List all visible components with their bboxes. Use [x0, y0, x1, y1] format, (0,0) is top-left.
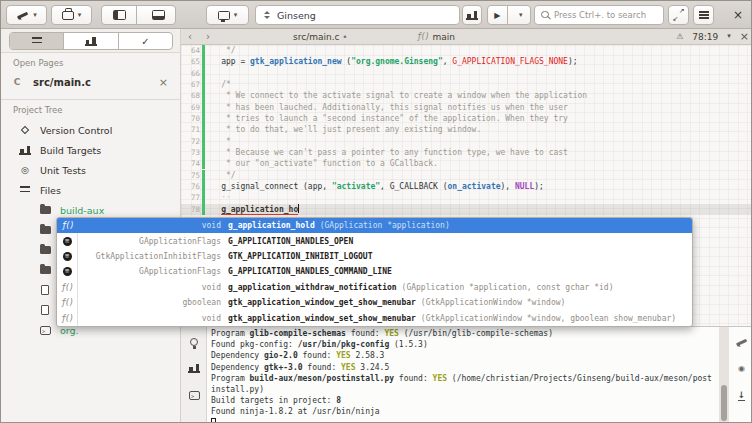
chevron-down-icon: ▾	[234, 12, 238, 19]
code-line[interactable]: 72 *	[181, 135, 752, 146]
code-line[interactable]: 76 g_signal_connect (app, "activate", G_…	[181, 181, 752, 192]
download-icon: ↓	[738, 391, 746, 401]
current-symbol-button[interactable]: ƒ() main	[417, 32, 455, 42]
code-line[interactable]: 66	[181, 67, 752, 78]
code-line[interactable]: 75 */	[181, 170, 752, 181]
pencil-icon	[16, 9, 29, 21]
enum-icon: ≡	[63, 267, 72, 276]
tree-item-label: Build Targets	[40, 145, 101, 156]
completion-params: (GtkApplicationWindow *window, gboolean …	[421, 314, 676, 323]
device-dropdown-button[interactable]: ▾	[206, 5, 249, 25]
file-icon	[38, 285, 52, 295]
messages-tab-button[interactable]	[184, 332, 204, 352]
record-button[interactable]: ◉	[732, 359, 751, 378]
function-icon: ƒ()	[61, 298, 72, 307]
frame-options-button[interactable]: ▾	[727, 33, 731, 40]
line-number: 75	[181, 171, 200, 180]
code-line[interactable]: 64 */	[181, 45, 752, 56]
document-title[interactable]: src/main.c •	[293, 32, 348, 42]
code-line[interactable]: 73 * Because we can't pass a pointer to …	[181, 147, 752, 158]
manifest-file-icon: >_	[40, 326, 51, 335]
output-scrollbar[interactable]	[719, 327, 729, 422]
run-button[interactable]: ▶	[488, 6, 508, 24]
folder-icon	[40, 206, 51, 214]
menu-button[interactable]	[693, 5, 714, 25]
code-line[interactable]: 77 ··	[181, 192, 752, 203]
line-number: 66	[181, 69, 200, 78]
modified-dot: •	[342, 32, 347, 42]
nav-forward-button[interactable]: ›	[199, 31, 217, 42]
code-line[interactable]: ◉78 g_application_ho	[181, 204, 752, 215]
code-line[interactable]: 70 * tries to launch a "second instance"…	[181, 113, 752, 124]
runtime-dropdown-button[interactable]: ▾	[51, 5, 92, 25]
completion-row[interactable]: ƒ()voidg_application_hold(GApplication *…	[57, 218, 692, 233]
search-input[interactable]	[554, 10, 657, 20]
toggle-bottom-panel-button[interactable]	[141, 6, 175, 24]
function-icon: ƒ()	[57, 218, 78, 233]
vcs-change-bar	[202, 124, 205, 135]
tree-item-unit-tests[interactable]: ◎Unit Tests	[1, 160, 180, 180]
scrollbar-thumb[interactable]	[721, 385, 727, 421]
folder-icon	[38, 226, 52, 234]
completion-row[interactable]: ƒ()voidg_application_withdraw_notificati…	[57, 280, 692, 295]
chevron-down-icon: ▾	[33, 12, 37, 19]
completion-row[interactable]: ≡GApplicationFlagsG_APPLICATION_HANDLES_…	[57, 264, 692, 279]
unit-tests-icon: ◎	[18, 165, 32, 175]
omnibar-project-button[interactable]: Ginseng	[255, 5, 460, 25]
fullscreen-button[interactable]	[668, 5, 689, 25]
function-icon: ƒ()	[61, 283, 72, 292]
close-document-button[interactable]: ×	[740, 30, 749, 43]
tree-item-version-control[interactable]: Version Control	[1, 120, 180, 140]
close-page-button[interactable]: ×	[159, 76, 168, 89]
vcs-change-bar	[202, 204, 205, 215]
tree-item-files[interactable]: Files	[1, 180, 180, 200]
build-pipeline-button[interactable]	[462, 5, 482, 25]
build-output-tab-button[interactable]	[184, 358, 204, 378]
folder-icon	[38, 266, 52, 274]
hamburger-icon	[699, 11, 709, 13]
warning-icon[interactable]: ⚠	[676, 32, 683, 41]
code-line[interactable]: 67 /*	[181, 79, 752, 90]
completion-name: G_APPLICATION_HANDLES_OPEN	[228, 237, 353, 246]
panel-left-icon	[113, 10, 126, 20]
completion-params: (GtkApplicationWindow *window)	[421, 298, 566, 307]
code-line[interactable]: 69 * has been lauched. Additionally, thi…	[181, 101, 752, 112]
manifest-file-icon: >_	[38, 326, 52, 335]
code-line[interactable]: 71 * to do that, we'll just present any …	[181, 124, 752, 135]
vcs-change-bar	[202, 181, 205, 192]
completion-row[interactable]: ≡GtkApplicationInhibitFlagsGTK_APPLICATI…	[57, 249, 692, 264]
enum-icon: ≡	[63, 237, 72, 246]
code-line[interactable]: 74 * our "on_activate" function to a GCa…	[181, 158, 752, 169]
vcs-change-bar	[202, 56, 205, 67]
nav-back-button[interactable]: ‹	[181, 31, 199, 42]
line-number: 71	[181, 125, 200, 134]
code-line[interactable]: 65 app = gtk_application_new ("org.gnome…	[181, 56, 752, 67]
build-output-log[interactable]: Program glib-compile-schemas found: YES …	[211, 328, 714, 423]
build-view-button[interactable]	[64, 33, 118, 49]
open-page-item[interactable]: C src/main.c ×	[1, 71, 180, 93]
vcs-change-bar	[202, 135, 205, 146]
bottom-panel-tabs: >_	[181, 327, 207, 422]
play-icon: ▶	[494, 11, 500, 20]
cursor-position: 78:19	[692, 32, 718, 42]
project-name: Ginseng	[277, 10, 316, 21]
toggle-left-panel-button[interactable]	[102, 6, 137, 24]
pages-view-button[interactable]	[10, 33, 64, 49]
checks-view-button[interactable]: ✓	[119, 33, 172, 49]
scroll-to-bottom-button[interactable]: ↓	[732, 386, 751, 405]
run-options-button[interactable]: ▾	[512, 6, 531, 24]
completion-row[interactable]: ƒ()voidgtk_application_window_set_show_m…	[57, 310, 692, 325]
package-icon	[62, 11, 74, 20]
code-text: */	[212, 171, 236, 180]
terminal-tab-button[interactable]: >_	[184, 385, 204, 405]
clear-output-button[interactable]	[732, 332, 751, 351]
tree-item-build-targets[interactable]: Build Targets	[1, 140, 180, 160]
completion-row[interactable]: ≡GApplicationFlagsG_APPLICATION_HANDLES_…	[57, 233, 692, 248]
list-icon	[32, 37, 42, 45]
code-line[interactable]: 68 * We connect to the activate signal t…	[181, 90, 752, 101]
function-icon: ƒ()	[57, 310, 78, 325]
edit-mode-dropdown-button[interactable]: ▾	[6, 5, 47, 25]
completion-return-type: GApplicationFlags	[78, 237, 228, 246]
window-close-button[interactable]: ×	[728, 5, 748, 25]
completion-row[interactable]: ƒ()gbooleangtk_application_window_get_sh…	[57, 295, 692, 310]
